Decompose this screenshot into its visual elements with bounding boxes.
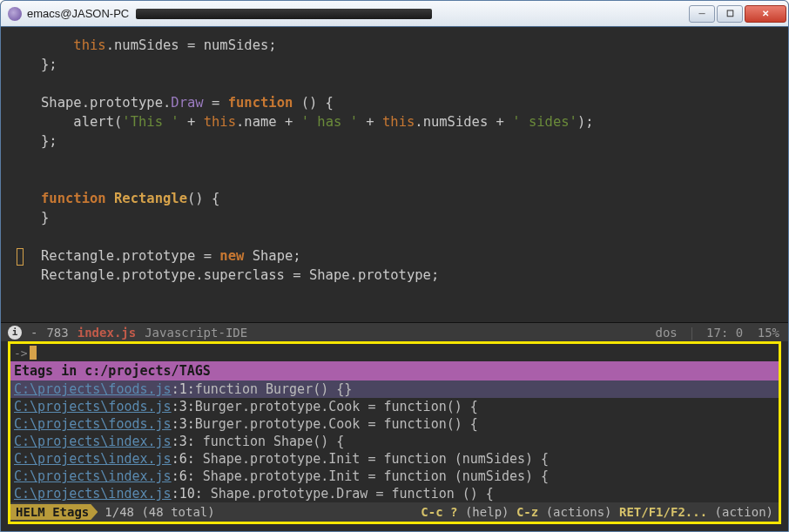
title-spacer	[136, 9, 432, 19]
modeline[interactable]: i - 783 index.js Javascript-IDE dos | 17…	[1, 322, 788, 341]
emacs-window: emacs@JASON-PC ─ ☐ ✕ this.numSides = num…	[0, 0, 789, 532]
helm-candidates[interactable]: C:\projects\foods.js:1:function Burger()…	[10, 380, 779, 502]
modified-flag: -	[30, 326, 37, 340]
helm-source-header: Etags in c:/projects/TAGS	[10, 361, 779, 380]
scroll-percent: 15%	[758, 326, 779, 340]
fringe-marker	[17, 248, 24, 266]
buffer-name[interactable]: index.js	[78, 326, 136, 340]
helm-source-name: HELM Etags	[10, 504, 98, 520]
maximize-button[interactable]: ☐	[717, 5, 743, 23]
help-label: (help)	[465, 505, 509, 519]
helm-candidate[interactable]: C:\projects\foods.js:3:Burger.prototype.…	[10, 415, 779, 433]
minimize-button[interactable]: ─	[689, 5, 715, 23]
prompt-arrow-icon: ->	[14, 347, 28, 360]
helm-candidate[interactable]: C:\projects\index.js:10: Shape.prototype…	[10, 485, 779, 502]
encoding: dos	[656, 326, 678, 340]
actions-key: C-z	[516, 505, 538, 519]
helm-candidate[interactable]: C:\projects\foods.js:3:Burger.prototype.…	[10, 398, 779, 415]
code-block[interactable]: this.numSides = numSides; }; Shape.proto…	[1, 36, 788, 285]
window-title: emacs@JASON-PC	[27, 7, 129, 20]
helm-candidate[interactable]: C:\projects\foods.js:1:function Burger()…	[10, 380, 779, 398]
helm-candidate[interactable]: C:\projects\index.js:3: function Shape()…	[10, 433, 779, 450]
window-controls: ─ ☐ ✕	[687, 5, 786, 23]
helm-candidate[interactable]: C:\projects\index.js:6: Shape.prototype.…	[10, 450, 779, 468]
minibuffer-prompt[interactable]: ->	[10, 344, 779, 361]
actions-label: (actions)	[546, 505, 612, 519]
helm-region: -> Etags in c:/projects/TAGS C:\projects…	[8, 341, 781, 524]
major-mode[interactable]: Javascript-IDE	[145, 326, 247, 340]
ret-key: RET/F1/F2...	[619, 505, 707, 519]
helm-candidate[interactable]: C:\projects\index.js:6: Shape.prototype.…	[10, 468, 779, 485]
modeline-right: dos | 17: 0 15%	[656, 326, 789, 340]
titlebar[interactable]: emacs@JASON-PC ─ ☐ ✕	[1, 1, 788, 27]
helm-keys: C-c ? (help) C-z (actions) RET/F1/F2... …	[421, 505, 779, 519]
helm-modeline: HELM Etags 1/48 (48 total) C-c ? (help) …	[10, 502, 779, 522]
line-number: 783	[46, 326, 68, 340]
cursor-position: 17: 0	[706, 326, 743, 340]
prompt-cursor	[30, 346, 37, 360]
editor-area[interactable]: this.numSides = numSides; }; Shape.proto…	[1, 27, 788, 322]
help-key: C-c ?	[421, 505, 457, 519]
modeline-left: - 783 index.js Javascript-IDE	[30, 326, 247, 340]
ret-label: (action)	[715, 505, 773, 519]
close-button[interactable]: ✕	[745, 5, 786, 23]
info-icon[interactable]: i	[8, 326, 22, 340]
emacs-icon	[8, 7, 22, 21]
helm-count: 1/48 (48 total)	[105, 505, 214, 519]
